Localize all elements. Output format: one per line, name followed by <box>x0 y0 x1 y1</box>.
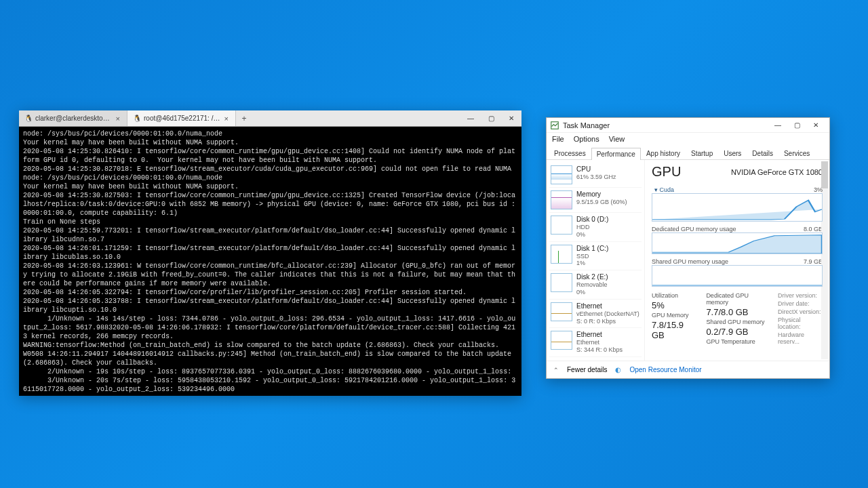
fewer-details-link[interactable]: Fewer details <box>567 366 607 373</box>
minimize-button[interactable]: — <box>768 119 787 132</box>
sidebar-item-label: Disk 2 (E:) <box>576 273 608 281</box>
sidebar-item-sub2: 0% <box>576 289 608 296</box>
sidebar-item-sub2: S: 344 R: 0 Kbps <box>576 346 623 354</box>
tab-details[interactable]: Details <box>747 147 778 159</box>
window-title: Task Manager <box>563 121 768 129</box>
minimize-button[interactable]: — <box>460 110 481 126</box>
terminal-window: 🐧 clarker@clarkerdesktop: /mnt/c... × 🐧 … <box>19 110 521 396</box>
directx-version-label: DirectX version: <box>778 308 823 315</box>
dedicated-label: Dedicated GPU memory usage <box>652 226 736 232</box>
sidebar-item-label: Ethernet <box>576 331 623 339</box>
task-manager-window: Task Manager — ▢ ✕ File Options View Pro… <box>546 117 830 379</box>
disk-sparkline-icon <box>551 216 572 235</box>
sidebar-item-sub: Removable <box>576 281 608 289</box>
menu-file[interactable]: File <box>552 135 564 143</box>
sidebar-item-disk0[interactable]: Disk 0 (D:) HDD 0% <box>549 213 642 242</box>
window-controls: — ▢ ✕ <box>768 119 825 132</box>
sidebar-item-sub: vEthernet (DockerNAT) <box>576 310 639 318</box>
memory-sparkline-icon <box>551 190 572 209</box>
close-icon[interactable]: × <box>223 115 230 123</box>
gpu-name: NVIDIA GeForce GTX 1080 <box>731 168 823 176</box>
sidebar-item-disk2[interactable]: Disk 2 (E:) Removable 0% <box>549 270 642 300</box>
sidebar-item-sub: 61% 3.59 GHz <box>576 174 616 181</box>
driver-date-label: Driver date: <box>778 300 823 307</box>
window-controls: — ▢ ✕ <box>460 110 521 126</box>
util-value: 5% <box>652 300 694 310</box>
ethernet-sparkline-icon <box>551 302 572 321</box>
resource-sidebar[interactable]: CPU 61% 3.59 GHz Memory 9.5/15.9 GB (60%… <box>547 160 645 361</box>
terminal-tab-2[interactable]: 🐧 root@46d175e22171: /mnt/c/U... × <box>127 110 236 126</box>
sidebar-item-sub: Ethernet <box>576 339 623 346</box>
terminal-tab-title: root@46d175e22171: /mnt/c/U... <box>144 115 220 122</box>
cuda-pct: 3% <box>814 186 823 193</box>
tux-icon: 🐧 <box>133 115 141 122</box>
performance-body: CPU 61% 3.59 GHz Memory 9.5/15.9 GB (60%… <box>547 160 829 361</box>
sidebar-item-sub2: 1% <box>576 260 608 267</box>
disk-sparkline-icon <box>551 273 572 292</box>
close-button[interactable]: ✕ <box>501 110 521 126</box>
menu-options[interactable]: Options <box>574 135 599 143</box>
dedicated-memory-chart[interactable] <box>652 232 823 254</box>
gmem-label: GPU Memory <box>652 312 694 319</box>
ded-label: Dedicated GPU memory <box>706 292 766 306</box>
tab-services[interactable]: Services <box>778 147 815 159</box>
terminal-tabstrip: 🐧 clarker@clarkerdesktop: /mnt/c... × 🐧 … <box>19 110 521 127</box>
sidebar-item-ethernet[interactable]: Ethernet Ethernet S: 344 R: 0 Kbps <box>549 328 642 357</box>
gpu-metrics: Utilization 5% GPU Memory 7.8/15.9 GB De… <box>652 292 823 345</box>
sidebar-item-sub: 9.5/15.9 GB (60%) <box>576 199 627 206</box>
close-button[interactable]: ✕ <box>806 119 825 132</box>
tab-users[interactable]: Users <box>718 147 747 159</box>
dedicated-cap: 8.0 GB <box>804 226 823 232</box>
disk-sparkline-icon <box>551 245 572 264</box>
driver-version-label: Driver version: <box>778 292 823 299</box>
shared-label: Shared GPU memory usage <box>652 258 728 265</box>
gpu-heading: GPU <box>652 164 681 180</box>
ded-value: 7.7/8.0 GB <box>706 307 766 317</box>
cuda-chart[interactable] <box>652 193 823 222</box>
task-manager-icon <box>551 121 559 129</box>
util-label: Utilization <box>652 292 694 299</box>
sidebar-item-cpu[interactable]: CPU 61% 3.59 GHz <box>549 163 642 188</box>
tabstrip: Processes Performance App history Startu… <box>547 145 829 160</box>
sidebar-item-memory[interactable]: Memory 9.5/15.9 GB (60%) <box>549 188 642 213</box>
gpu-detail-pane: GPU NVIDIA GeForce GTX 1080 ▾ Cuda 3% De… <box>645 160 829 361</box>
ethernet-sparkline-icon <box>551 331 572 350</box>
cpu-sparkline-icon <box>551 165 572 184</box>
close-icon[interactable]: × <box>115 115 121 123</box>
physical-location-label: Physical location: <box>778 317 823 330</box>
terminal-tab-1[interactable]: 🐧 clarker@clarkerdesktop: /mnt/c... × <box>19 110 127 126</box>
cuda-label[interactable]: Cuda <box>660 186 675 193</box>
sidebar-item-sub: HDD <box>576 224 608 231</box>
sidebar-item-sub: SSD <box>576 253 608 260</box>
sidebar-item-label: Ethernet <box>576 302 639 310</box>
gtemp-label: GPU Temperature <box>706 338 766 345</box>
shr-label: Shared GPU memory <box>706 319 766 325</box>
tab-processes[interactable]: Processes <box>549 147 591 159</box>
sidebar-item-sub2: 0% <box>576 231 608 239</box>
tab-startup[interactable]: Startup <box>686 147 718 159</box>
new-tab-button[interactable]: + <box>236 110 252 126</box>
open-resource-monitor-link[interactable]: Open Resource Monitor <box>629 366 701 373</box>
sidebar-item-label: Memory <box>576 190 627 199</box>
sidebar-item-ethernet-docker[interactable]: Ethernet vEthernet (DockerNAT) S: 0 R: 0… <box>549 300 642 329</box>
terminal-tab-title: clarker@clarkerdesktop: /mnt/c... <box>35 115 112 122</box>
menubar: File Options View <box>547 133 829 145</box>
sidebar-item-label: CPU <box>576 165 616 174</box>
tux-icon: 🐧 <box>24 115 33 122</box>
sidebar-item-sub2: S: 0 R: 0 Kbps <box>576 318 639 325</box>
sidebar-item-disk1[interactable]: Disk 1 (C:) SSD 1% <box>549 242 642 271</box>
maximize-button[interactable]: ▢ <box>481 110 501 126</box>
shr-value: 0.2/7.9 GB <box>706 327 766 337</box>
shared-cap: 7.9 GB <box>804 258 823 265</box>
hw-reserved-label: Hardware reserv... <box>778 331 823 345</box>
task-manager-footer: ⌃ Fewer details ◐ Open Resource Monitor <box>547 361 829 378</box>
tab-app-history[interactable]: App history <box>641 147 686 159</box>
tab-performance[interactable]: Performance <box>591 148 641 160</box>
titlebar[interactable]: Task Manager — ▢ ✕ <box>547 118 829 133</box>
sidebar-item-label: Disk 0 (D:) <box>576 216 608 224</box>
menu-view[interactable]: View <box>609 135 625 143</box>
chevron-up-icon[interactable]: ⌃ <box>553 367 559 373</box>
terminal-output[interactable]: node: /sys/bus/pci/devices/0000:01:00.0/… <box>19 127 521 396</box>
shared-memory-chart[interactable] <box>652 265 823 287</box>
maximize-button[interactable]: ▢ <box>787 119 806 132</box>
